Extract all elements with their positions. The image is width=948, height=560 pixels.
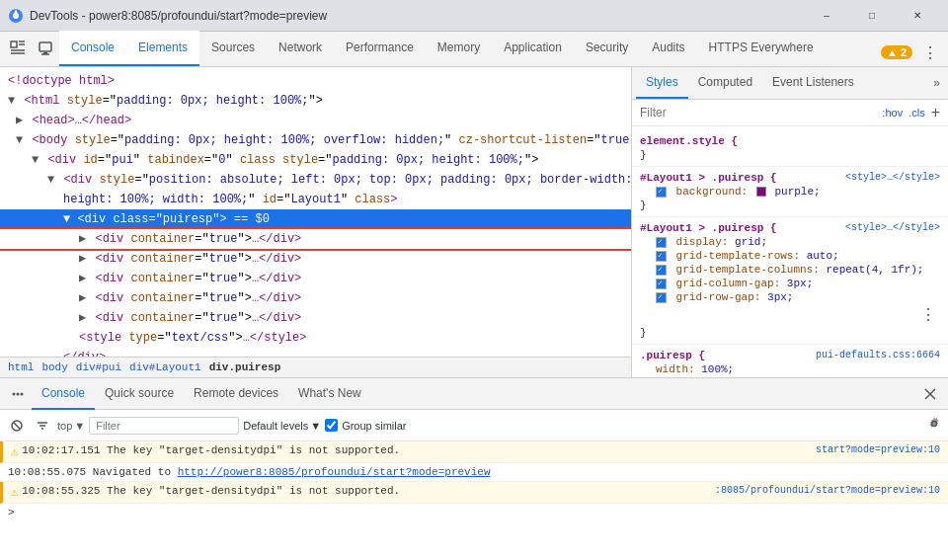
console-messages-area[interactable]: ⚠ 10:02:17.151 The key "target-densitydp… <box>0 441 948 560</box>
css-checkbox-row-gap[interactable] <box>656 292 667 303</box>
tab-memory[interactable]: Memory <box>426 31 492 66</box>
console-prompt: > <box>0 504 948 521</box>
warning-icon-1: ⚠ <box>11 444 18 459</box>
maximize-button[interactable]: □ <box>849 0 895 32</box>
styles-panel: Styles Computed Event Listeners » :hov .… <box>632 67 948 377</box>
dom-line-container-3[interactable]: ▶ <div container="true">…</div> <box>0 269 631 288</box>
css-checkbox-grid-rows[interactable] <box>656 251 667 262</box>
dom-line-container-4[interactable]: ▶ <div container="true">…</div> <box>0 288 631 308</box>
window-title: DevTools - power8:8085/profoundui/start?… <box>30 9 804 23</box>
path-div-layout1[interactable]: div#Layout1 <box>129 361 201 373</box>
css-rule-layout-grid: #Layout1 > .puiresp { <style>…</style> d… <box>632 217 948 345</box>
svg-point-10 <box>13 392 16 395</box>
styles-more-button[interactable]: » <box>929 72 944 94</box>
svg-rect-7 <box>40 42 51 51</box>
css-checkbox-grid-cols[interactable] <box>656 265 667 276</box>
tab-application[interactable]: Application <box>492 31 574 66</box>
path-div-pui[interactable]: div#pui <box>76 361 121 373</box>
bottom-panel: Console Quick source Remote devices What… <box>0 377 948 560</box>
console-settings-button[interactable] <box>926 416 942 435</box>
tab-sources[interactable]: Sources <box>199 31 267 66</box>
bottom-tab-bar: Console Quick source Remote devices What… <box>0 378 948 410</box>
filter-messages-button[interactable] <box>32 417 53 435</box>
close-button[interactable]: ✕ <box>895 0 940 32</box>
bottom-tab-console[interactable]: Console <box>32 378 95 410</box>
more-options-button[interactable]: ⋮ <box>916 39 944 66</box>
dom-line-div-layout[interactable]: ▼ <div style="position: absolute; left: … <box>0 170 631 190</box>
tab-audits[interactable]: Audits <box>640 31 696 66</box>
dom-line-div-pui[interactable]: ▼ <div id="pui" tabindex="0" class style… <box>0 150 631 170</box>
minimize-button[interactable]: – <box>804 0 849 32</box>
css-source-link-3[interactable]: pui-defaults.css:6664 <box>816 350 940 360</box>
dom-line-puiresp-selected[interactable]: ▼ <div class="puiresp"> == $0 <box>0 209 631 229</box>
bottom-tab-remote-devices[interactable]: Remote devices <box>184 378 288 410</box>
tab-computed[interactable]: Computed <box>688 67 762 99</box>
msg-source-1[interactable]: start?mode=preview:10 <box>816 444 940 455</box>
bottom-more-button[interactable] <box>4 380 32 408</box>
console-msg-2: 10:08:55.075 Navigated to http://power8:… <box>0 463 948 482</box>
console-toolbar: top ▼ Default levels ▼ Group similar <box>0 410 948 441</box>
css-rule-layout-bg: #Layout1 > .puiresp { <style>…</style> b… <box>632 167 948 217</box>
dom-line-close-div1: </div> <box>0 348 631 357</box>
tab-event-listeners[interactable]: Event Listeners <box>762 67 864 99</box>
css-checkbox-col-gap[interactable] <box>656 279 667 289</box>
tab-network[interactable]: Network <box>267 31 334 66</box>
window-controls: – □ ✕ <box>804 0 940 32</box>
console-msg-1: ⚠ 10:02:17.151 The key "target-densitydp… <box>0 441 948 463</box>
execution-context-selector[interactable]: top ▼ <box>57 420 85 432</box>
css-source-link-2[interactable]: <style>…</style> <box>845 222 940 233</box>
dom-line-container-1[interactable]: ▶ <div container="true">…</div> <box>0 229 631 249</box>
console-filter-input[interactable] <box>89 417 239 435</box>
path-html[interactable]: html <box>8 361 34 373</box>
bottom-tab-quick-source[interactable]: Quick source <box>95 378 184 410</box>
add-style-rule-button[interactable]: + <box>931 104 940 121</box>
svg-point-1 <box>13 13 19 19</box>
bottom-tab-whats-new[interactable]: What's New <box>288 378 371 410</box>
element-path-bar: html body div#pui div#Layout1 div.puires… <box>0 357 631 377</box>
hover-state-button[interactable]: :hov <box>882 107 903 119</box>
dom-panel: <!doctype html> ▼ <html style="padding: … <box>0 67 632 377</box>
css-checkbox-display[interactable] <box>656 237 667 248</box>
prompt-arrow: > <box>8 507 15 519</box>
dom-line-head[interactable]: ▶ <head>…</head> <box>0 111 631 130</box>
styles-filter-input[interactable] <box>640 106 882 120</box>
clear-console-button[interactable] <box>6 417 28 435</box>
styles-filter-bar: :hov .cls + <box>632 100 948 126</box>
default-levels-selector[interactable]: Default levels ▼ <box>243 420 321 432</box>
dom-line-body[interactable]: ▼ <body style="padding: 0px; height: 100… <box>0 130 631 150</box>
styles-tab-bar: Styles Computed Event Listeners » <box>632 67 948 100</box>
main-tab-bar: Console Elements Sources Network Perform… <box>0 32 948 67</box>
dom-line-style[interactable]: <style type="text/css">…</style> <box>0 328 631 348</box>
bottom-tab-left-controls <box>4 380 32 408</box>
css-rules-list: element.style { } #Layout1 > .puiresp { … <box>632 126 948 377</box>
tab-performance[interactable]: Performance <box>334 31 426 66</box>
tab-elements[interactable]: Elements <box>126 31 199 66</box>
css-checkbox-bg[interactable] <box>656 187 667 198</box>
path-body[interactable]: body <box>41 361 67 373</box>
inspect-icon[interactable] <box>4 35 32 62</box>
dom-line-doctype: <!doctype html> <box>0 71 631 91</box>
svg-line-16 <box>14 423 20 429</box>
devtools-icon <box>8 8 24 24</box>
more-css-button[interactable]: ⋮ <box>920 305 940 325</box>
dom-line-container-5[interactable]: ▶ <div container="true">…</div> <box>0 308 631 328</box>
nav-link[interactable]: http://power8:8085/profoundui/start?mode… <box>178 466 491 478</box>
warning-badge: ▲ 2 <box>881 45 912 59</box>
msg-source-3[interactable]: :8085/profoundui/start?mode=preview:10 <box>715 485 940 496</box>
bottom-panel-close-button[interactable] <box>916 380 944 408</box>
color-swatch-purple[interactable] <box>756 187 766 197</box>
class-filter-button[interactable]: .cls <box>908 107 925 119</box>
tab-console[interactable]: Console <box>59 31 126 66</box>
tab-security[interactable]: Security <box>574 31 640 66</box>
dom-line-html[interactable]: ▼ <html style="padding: 0px; height: 100… <box>0 91 631 111</box>
device-icon[interactable] <box>32 35 59 62</box>
dom-line-container-2[interactable]: ▶ <div container="true">…</div> <box>0 249 631 269</box>
tab-https-everywhere[interactable]: HTTPS Everywhere <box>697 31 826 66</box>
dom-tree[interactable]: <!doctype html> ▼ <html style="padding: … <box>0 67 631 357</box>
group-similar-checkbox[interactable]: Group similar <box>325 419 406 432</box>
titlebar: DevTools - power8:8085/profoundui/start?… <box>0 0 948 32</box>
devtools-window: Console Elements Sources Network Perform… <box>0 32 948 560</box>
tab-styles[interactable]: Styles <box>636 67 688 99</box>
css-source-link-1[interactable]: <style>…</style> <box>845 172 940 183</box>
path-div-puiresp[interactable]: div.puiresp <box>209 361 281 373</box>
